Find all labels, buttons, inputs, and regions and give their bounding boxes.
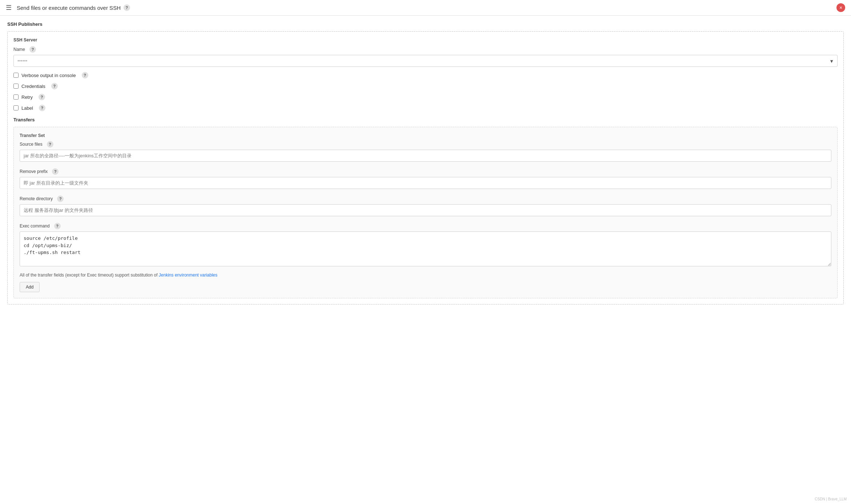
name-dropdown-wrapper: •••••• ▼ [13, 55, 838, 67]
credentials-label: Credentials [21, 84, 45, 89]
remote-directory-group: Remote directory ? [20, 195, 831, 218]
source-files-help-icon[interactable]: ? [47, 141, 53, 148]
exec-command-help-icon[interactable]: ? [54, 223, 61, 229]
verbose-output-help-icon[interactable]: ? [82, 72, 88, 78]
label-checkbox[interactable] [13, 105, 19, 110]
credentials-row: Credentials ? [13, 83, 838, 89]
jenkins-env-vars-link[interactable]: Jenkins environment variables [159, 273, 217, 278]
title-help-icon[interactable]: ? [124, 4, 130, 11]
ssh-publishers-heading: SSH Publishers [7, 21, 844, 27]
remove-prefix-help-icon[interactable]: ? [52, 168, 59, 175]
page-title: Send files or execute commands over SSH [17, 5, 121, 11]
name-help-icon[interactable]: ? [29, 46, 36, 53]
name-select[interactable]: •••••• [13, 55, 838, 67]
info-text: All of the transfer fields (except for E… [20, 273, 831, 278]
transfers-section: Transfers Transfer Set Source files ? Re… [13, 117, 838, 298]
retry-help-icon[interactable]: ? [39, 94, 45, 100]
verbose-output-label: Verbose output in console [21, 73, 76, 78]
remote-directory-input[interactable] [20, 204, 831, 216]
retry-label: Retry [21, 94, 33, 100]
page-content: SSH Publishers SSH Server Name ? •••••• … [0, 16, 851, 316]
source-files-input[interactable] [20, 150, 831, 162]
remove-prefix-input[interactable] [20, 177, 831, 189]
menu-icon[interactable]: ☰ [6, 4, 12, 12]
exec-command-group: Exec command ? source /etc/profile cd /o… [20, 223, 831, 267]
remote-directory-help-icon[interactable]: ? [57, 195, 64, 202]
credentials-help-icon[interactable]: ? [51, 83, 58, 89]
watermark: CSDN | Brave_LLM [815, 497, 847, 501]
credentials-checkbox[interactable] [13, 84, 19, 89]
add-button[interactable]: Add [20, 282, 40, 292]
ssh-server-heading: SSH Server [13, 37, 838, 43]
title-bar: ☰ Send files or execute commands over SS… [0, 0, 851, 16]
source-files-group: Source files ? [20, 141, 831, 163]
ssh-publishers-box: SSH Server Name ? •••••• ▼ Verbose outpu… [7, 31, 844, 305]
close-button[interactable]: × [836, 3, 845, 12]
verbose-output-row: Verbose output in console ? [13, 72, 838, 78]
remove-prefix-group: Remove prefix ? [20, 168, 831, 190]
transfers-heading: Transfers [13, 117, 838, 122]
remove-prefix-label: Remove prefix ? [20, 168, 831, 175]
name-field-group: Name ? •••••• ▼ [13, 46, 838, 67]
remote-directory-label: Remote directory ? [20, 195, 831, 202]
verbose-output-checkbox[interactable] [13, 73, 19, 78]
transfer-set-box: Transfer Set Source files ? Remove prefi… [13, 127, 838, 298]
source-files-label: Source files ? [20, 141, 831, 148]
transfer-set-title: Transfer Set [20, 133, 831, 138]
exec-command-textarea[interactable]: source /etc/profile cd /opt/upms-biz/ ./… [20, 231, 831, 266]
label-label: Label [21, 105, 33, 111]
name-label: Name ? [13, 46, 838, 53]
retry-row: Retry ? [13, 94, 838, 100]
label-help-icon[interactable]: ? [39, 105, 45, 111]
exec-command-label: Exec command ? [20, 223, 831, 229]
label-row: Label ? [13, 105, 838, 111]
retry-checkbox[interactable] [13, 94, 19, 100]
